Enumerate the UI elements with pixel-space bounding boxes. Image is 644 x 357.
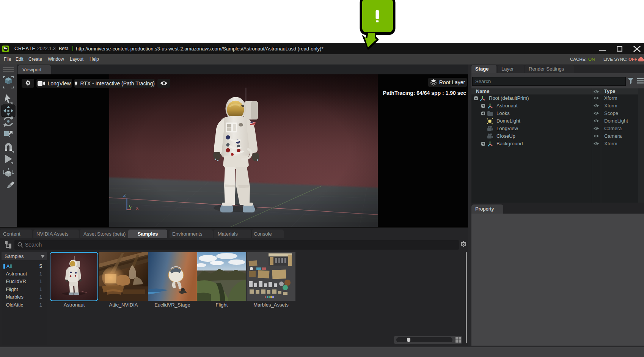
- svg-text:X: X: [136, 206, 139, 211]
- svg-text:Z: Z: [123, 193, 126, 198]
